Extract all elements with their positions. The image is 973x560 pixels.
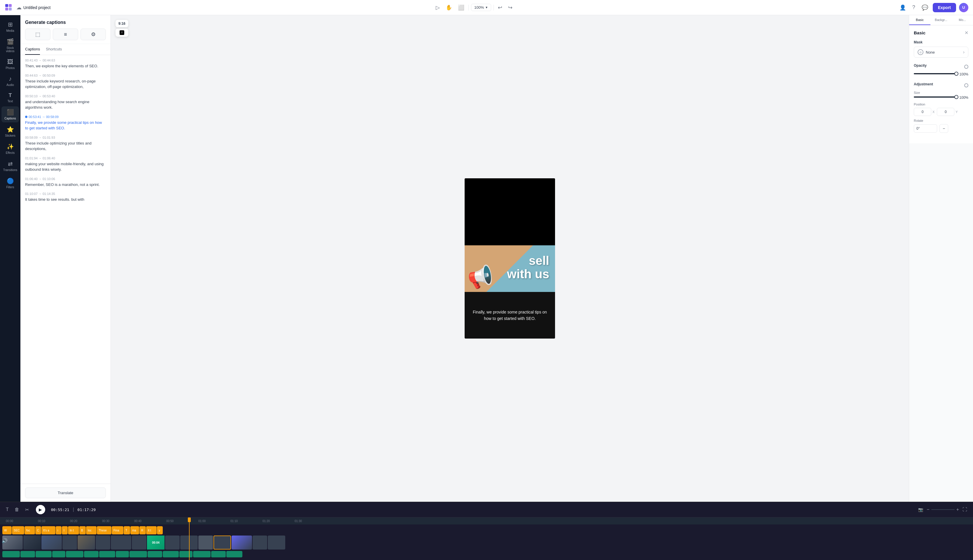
sidebar-item-media[interactable]: ⊞ Media bbox=[2, 18, 19, 35]
tab-shortcuts[interactable]: Shortcuts bbox=[46, 44, 62, 55]
audio-clip[interactable] bbox=[52, 551, 65, 557]
x-input[interactable] bbox=[914, 108, 931, 116]
caption-text[interactable]: and understanding how search engine algo… bbox=[25, 99, 106, 110]
y-input[interactable] bbox=[937, 108, 955, 116]
video-clip-7[interactable] bbox=[111, 535, 131, 550]
clip-foc[interactable]: foc bbox=[25, 526, 35, 534]
sidebar-item-captions[interactable]: ⬛ Captions bbox=[2, 107, 19, 122]
clip-itt[interactable]: It t bbox=[146, 526, 157, 534]
video-clip-10[interactable] bbox=[165, 535, 180, 550]
clip-c[interactable]: C bbox=[35, 526, 41, 534]
fullscreen-icon[interactable]: ⛶ bbox=[961, 506, 968, 513]
size-slider[interactable] bbox=[914, 97, 956, 98]
tab-basic[interactable]: Basic bbox=[909, 15, 930, 25]
clip-b[interactable]: B bbox=[79, 526, 86, 534]
clip-I[interactable]: I bbox=[62, 526, 68, 534]
video-clip-14[interactable] bbox=[232, 535, 252, 550]
audio-clip[interactable] bbox=[226, 551, 242, 557]
audio-clip[interactable] bbox=[116, 551, 129, 557]
sidebar-item-transitions[interactable]: ⇄ Transitions bbox=[2, 158, 19, 174]
video-clip-9[interactable]: 00:04 bbox=[147, 535, 164, 550]
caption-text[interactable]: making your website mobile-friendly, and… bbox=[25, 161, 106, 172]
tab-background[interactable]: Backgr... bbox=[930, 15, 952, 25]
export-button[interactable]: Export bbox=[933, 3, 956, 12]
timeline-scissor-icon[interactable]: ✂ bbox=[24, 506, 30, 514]
clip-i[interactable]: i bbox=[56, 526, 62, 534]
people-icon[interactable]: 👤 bbox=[898, 3, 908, 13]
caption-tool-3[interactable]: ⚙ bbox=[80, 28, 106, 40]
audio-clip[interactable] bbox=[20, 551, 35, 557]
chat-icon[interactable]: 💬 bbox=[920, 3, 930, 13]
video-clip-active[interactable] bbox=[214, 535, 231, 550]
adjustment-radio[interactable] bbox=[964, 83, 968, 87]
clip-int[interactable]: In t bbox=[68, 526, 79, 534]
clip-these[interactable]: These bbox=[97, 526, 111, 534]
video-clip-4[interactable] bbox=[62, 535, 77, 550]
caption-text[interactable]: These include optimizing your titles and… bbox=[25, 140, 106, 152]
sidebar-item-stock-videos[interactable]: 🎬 Stock videos bbox=[2, 36, 19, 55]
help-icon[interactable]: ? bbox=[911, 3, 917, 12]
caption-text-active[interactable]: Finally, we provide some practical tips … bbox=[25, 120, 106, 131]
audio-clip[interactable] bbox=[99, 551, 115, 557]
audio-clip[interactable] bbox=[193, 551, 211, 557]
video-clip-15[interactable] bbox=[252, 535, 267, 550]
aspect-ratio-916[interactable]: 9:16 bbox=[115, 20, 128, 27]
close-button[interactable]: ✕ bbox=[965, 30, 968, 35]
caption-tool-2[interactable]: ≡ bbox=[53, 28, 78, 40]
audio-clip[interactable] bbox=[84, 551, 99, 557]
timeline-text-icon[interactable]: T bbox=[5, 506, 10, 513]
clip-t[interactable]: T bbox=[124, 526, 130, 534]
clip-w[interactable]: W bbox=[2, 526, 12, 534]
zoom-selector[interactable]: 100% ▼ bbox=[471, 4, 491, 11]
clip-itsa[interactable]: It's a bbox=[42, 526, 55, 534]
audio-clip[interactable] bbox=[147, 551, 162, 557]
tiktok-ratio[interactable]: T bbox=[115, 28, 128, 37]
sidebar-item-effects[interactable]: ✨ Effects bbox=[2, 141, 19, 157]
camera-icon[interactable]: 📷 bbox=[917, 506, 924, 513]
video-clip-12[interactable] bbox=[198, 535, 213, 550]
caption-text[interactable]: Then, we explore the key elements of SEO… bbox=[25, 63, 106, 69]
video-clip-2[interactable] bbox=[23, 535, 41, 550]
audio-clip[interactable] bbox=[35, 551, 52, 557]
audio-clip[interactable] bbox=[66, 551, 84, 557]
zoom-out-button[interactable]: − bbox=[927, 507, 929, 512]
caption-text[interactable]: It takes time to see results. but with bbox=[25, 197, 106, 202]
caption-tool-1[interactable]: ⬚ bbox=[25, 28, 50, 40]
zoom-in-button[interactable]: + bbox=[956, 507, 959, 512]
clip-r[interactable]: R bbox=[139, 526, 146, 534]
redo-button[interactable]: ↪ bbox=[507, 3, 514, 13]
sidebar-item-filters[interactable]: 🔵 Filters bbox=[2, 175, 19, 191]
audio-clip[interactable] bbox=[179, 551, 192, 557]
audio-clip[interactable] bbox=[129, 551, 147, 557]
mask-selector[interactable]: ⊘ None › bbox=[914, 47, 968, 58]
sidebar-item-stickers[interactable]: ⭐ Stickers bbox=[2, 123, 19, 140]
audio-clip[interactable] bbox=[163, 551, 179, 557]
opacity-slider[interactable] bbox=[914, 73, 956, 74]
play-button[interactable]: ▶ bbox=[36, 505, 45, 514]
rotate-decrement[interactable]: − bbox=[940, 124, 948, 133]
video-clip-3[interactable] bbox=[42, 535, 62, 550]
clip-ma[interactable]: ma bbox=[130, 526, 139, 534]
caption-text[interactable]: Remember, SEO is a marathon, not a sprin… bbox=[25, 182, 106, 188]
video-clip-5[interactable] bbox=[78, 535, 95, 550]
tab-more[interactable]: Mo... bbox=[952, 15, 973, 25]
audio-clip[interactable] bbox=[211, 551, 226, 557]
undo-button[interactable]: ↩ bbox=[496, 3, 504, 13]
clip-fina[interactable]: Fina bbox=[112, 526, 124, 534]
clip-sec[interactable]: SEC bbox=[12, 526, 24, 534]
crop-tool[interactable]: ⬜ bbox=[456, 3, 466, 13]
video-clip-16[interactable] bbox=[268, 535, 285, 550]
volume-icon[interactable]: 🔊 bbox=[0, 537, 9, 545]
audio-clip[interactable] bbox=[2, 551, 20, 557]
size-thumb[interactable] bbox=[955, 95, 958, 99]
hand-tool[interactable]: ✋ bbox=[444, 3, 454, 13]
timeline-delete-icon[interactable]: 🗑 bbox=[13, 506, 20, 513]
opacity-radio[interactable] bbox=[964, 65, 968, 69]
sidebar-item-audio[interactable]: ♪ Audio bbox=[2, 73, 19, 89]
video-clip-8[interactable] bbox=[132, 535, 146, 550]
video-clip-6[interactable] bbox=[96, 535, 110, 550]
rotate-input[interactable] bbox=[914, 124, 937, 133]
opacity-thumb[interactable] bbox=[955, 72, 958, 76]
sidebar-item-photos[interactable]: 🖼 Photos bbox=[2, 56, 19, 72]
clip-loc[interactable]: loc bbox=[86, 526, 97, 534]
